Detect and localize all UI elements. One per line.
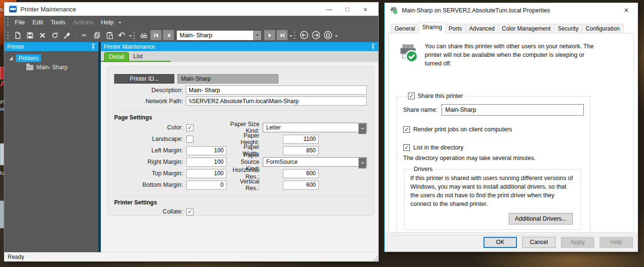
horizontal-res-row: Horizontal Res.: — [226, 168, 367, 179]
ok-button[interactable]: OK — [483, 237, 517, 248]
back-button[interactable] — [298, 30, 310, 41]
tree-item-main-sharp[interactable]: Main- Sharp — [26, 64, 98, 71]
refresh-button[interactable] — [49, 30, 61, 41]
detail-list-tabstrip: Detail List — [101, 51, 378, 62]
resize-grip-icon[interactable] — [373, 256, 378, 261]
tab-advanced[interactable]: Advanced — [466, 24, 498, 33]
new-button[interactable] — [11, 30, 23, 41]
chevron-down-icon[interactable] — [290, 35, 292, 38]
color-label: Color: — [114, 124, 183, 131]
network-path-input[interactable] — [186, 96, 367, 106]
drag-grip-icon[interactable] — [294, 32, 295, 39]
paper-source-kind-select[interactable]: FormSource — [263, 157, 367, 167]
copy-button[interactable] — [91, 30, 103, 41]
drag-grip-icon[interactable] — [7, 18, 9, 26]
paper-height-row: Paper Height: — [226, 133, 367, 145]
menu-edit[interactable]: Edit — [29, 17, 47, 28]
tab-detail[interactable]: Detail — [104, 52, 129, 62]
clean-brush-button[interactable] — [61, 30, 73, 41]
additional-drivers-button[interactable]: Additional Drivers... — [509, 213, 573, 224]
last-record-button[interactable] — [277, 30, 288, 40]
cancel-button[interactable]: Cancel — [522, 237, 556, 248]
menu-actions: Actions — [69, 17, 97, 28]
tab-list[interactable]: List — [129, 52, 147, 62]
tab-ports[interactable]: Ports — [445, 24, 466, 33]
description-input[interactable] — [186, 85, 367, 95]
maximize-button[interactable]: □ — [340, 6, 354, 13]
tree-expander-icon[interactable] — [9, 56, 13, 60]
paste-button[interactable] — [103, 30, 115, 41]
paper-size-kind-value: Letter — [263, 123, 358, 132]
printer-settings-header: Printer Settings — [114, 195, 367, 206]
bottom-margin-input[interactable] — [186, 181, 226, 190]
home-button[interactable] — [322, 30, 333, 41]
paper-source-kind-row: Paper Source Kind: FormSource — [226, 156, 367, 168]
list-directory-row: ✓ List in the directory — [403, 144, 584, 151]
collate-checkbox[interactable]: ✓ — [186, 208, 193, 215]
find-binoculars-button[interactable] — [138, 30, 150, 41]
next-record-button[interactable] — [264, 30, 275, 40]
paper-width-input[interactable] — [283, 146, 319, 155]
collate-row: Collate: ✓ — [114, 206, 367, 217]
close-icon[interactable]: × — [620, 6, 633, 15]
drag-grip-icon[interactable] — [133, 32, 135, 39]
delete-button[interactable] — [36, 30, 48, 41]
share-group-legend: ✓ Share this printer — [406, 93, 465, 99]
share-this-printer-checkbox[interactable]: ✓ — [408, 93, 415, 99]
chevron-down-icon[interactable] — [129, 35, 132, 38]
chevron-down-icon[interactable] — [335, 35, 338, 38]
previous-record-button[interactable] — [163, 30, 174, 40]
tab-color-management[interactable]: Color Management — [498, 24, 554, 33]
title-bar[interactable]: Printer Maintenance — □ × — [4, 2, 378, 16]
menu-file[interactable]: File — [11, 17, 29, 28]
dropdown-button[interactable] — [358, 158, 366, 169]
printer-shared-icon — [397, 43, 419, 63]
pin-icon[interactable] — [371, 44, 376, 50]
render-jobs-checkbox[interactable]: ✓ — [403, 126, 410, 133]
color-checkbox[interactable]: ✓ — [186, 124, 193, 131]
toolbar: ✂ ↶ — [4, 28, 378, 42]
tree-item-label: Main- Sharp — [36, 64, 67, 71]
horizontal-res-input[interactable] — [283, 169, 319, 178]
drag-grip-icon[interactable] — [7, 32, 9, 39]
undo-icon[interactable]: ↶ — [116, 30, 128, 41]
menu-tools[interactable]: Tools — [47, 17, 69, 28]
minimize-button[interactable]: — — [322, 6, 336, 13]
page-settings-grid: Color: ✓ Paper Size Kind: Letter Landsca… — [114, 122, 367, 191]
tab-configuration[interactable]: Configuration — [582, 24, 623, 33]
paper-size-kind-select[interactable]: Letter — [263, 123, 367, 132]
tree-item-printers[interactable]: Printers — [9, 54, 98, 62]
close-button[interactable]: × — [358, 5, 373, 13]
record-selector-input[interactable] — [177, 31, 253, 40]
vertical-res-input[interactable] — [283, 181, 319, 190]
tab-general[interactable]: General — [391, 24, 419, 33]
first-record-button[interactable] — [150, 30, 161, 40]
landscape-checkbox[interactable] — [186, 136, 193, 143]
apply-button: Apply — [561, 237, 594, 248]
printer-id-button[interactable]: Printer ID... — [114, 74, 174, 84]
record-selector-dropdown-button[interactable] — [253, 31, 261, 40]
top-margin-input[interactable] — [186, 169, 226, 178]
tab-security[interactable]: Security — [555, 24, 582, 33]
cut-icon[interactable]: ✂ — [78, 30, 90, 41]
tree-panel-title: Printer — [7, 43, 24, 50]
tab-sharing[interactable]: Sharing — [419, 22, 446, 33]
share-group: ✓ Share this printer Share name: ✓ Rende… — [397, 93, 590, 236]
left-margin-input[interactable] — [186, 146, 226, 155]
dialog-title-bar[interactable]: Main-Sharp on SERVER2.AbsoluteTurn.local… — [385, 3, 638, 18]
network-path-row: Network Path: — [114, 96, 367, 106]
right-margin-label: Right Margin: — [114, 159, 183, 165]
forward-button[interactable] — [310, 30, 322, 41]
paper-height-input[interactable] — [283, 135, 319, 144]
menu-help[interactable]: Help — [97, 17, 118, 28]
chevron-down-icon[interactable] — [118, 22, 121, 25]
pin-icon[interactable] — [91, 44, 96, 50]
vertical-res-label: Vertical Res.: — [226, 178, 259, 192]
save-button[interactable] — [24, 30, 36, 41]
app-icon — [9, 6, 17, 12]
share-name-input[interactable] — [441, 104, 584, 116]
right-margin-input[interactable] — [186, 158, 226, 167]
list-directory-checkbox[interactable]: ✓ — [403, 144, 410, 151]
left-margin-row: Left Margin: — [114, 145, 226, 156]
dropdown-button[interactable] — [358, 123, 366, 134]
